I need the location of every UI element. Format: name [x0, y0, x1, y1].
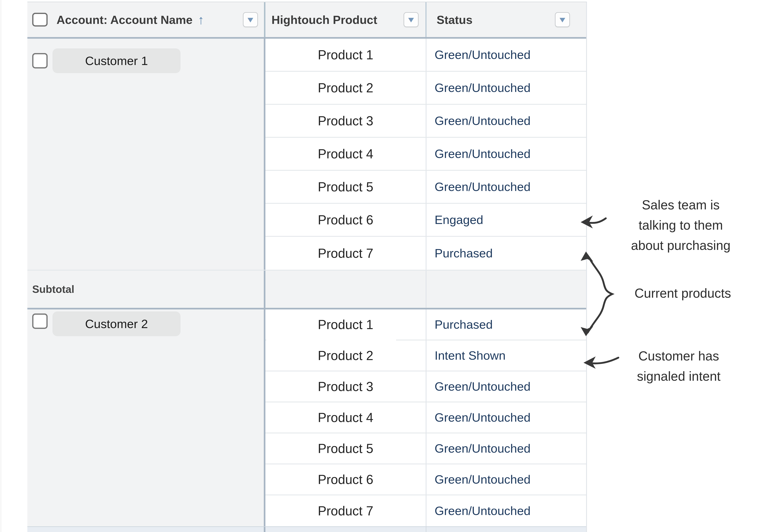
status-cell[interactable]: Green/Untouched: [426, 371, 587, 402]
table-row: Product 3 Green/Untouched: [265, 105, 587, 138]
status-cell[interactable]: Green/Untouched: [426, 495, 587, 526]
product-cell: Product 4: [265, 403, 426, 433]
product-cell: Product 2: [265, 72, 426, 104]
product-cell: Product 7: [265, 237, 426, 270]
product-cell: Product 4: [265, 138, 426, 170]
row-checkbox[interactable]: [32, 314, 48, 329]
product-cell: Product 6: [265, 464, 426, 495]
current-products-brace: [588, 256, 612, 333]
annotation-current-products-note: Current products: [610, 283, 756, 303]
status-cell[interactable]: Engaged: [426, 204, 587, 236]
subtotal-label: Subtotal: [27, 271, 265, 308]
table-row: Product 1 Green/Untouched: [265, 39, 587, 72]
status-cell[interactable]: Green/Untouched: [426, 105, 587, 137]
product-cell: Product 1: [265, 39, 426, 71]
column-header-status[interactable]: Status ▼: [426, 2, 587, 37]
table-row: Product 6 Green/Untouched: [265, 464, 587, 495]
sort-ascending-icon[interactable]: ↑: [198, 13, 204, 27]
table-row: Product 5 Green/Untouched: [265, 433, 587, 464]
product-cell: Product 6: [265, 204, 426, 236]
table-row: Product 4 Green/Untouched: [265, 403, 587, 433]
table-row: Product 6 Engaged: [265, 204, 587, 237]
table-row: Product 4 Green/Untouched: [265, 138, 587, 171]
column-header-product[interactable]: Hightouch Product ▼: [265, 2, 426, 37]
status-cell[interactable]: Green/Untouched: [426, 138, 587, 170]
status-cell[interactable]: Green/Untouched: [426, 72, 587, 104]
table-row: Product 5 Green/Untouched: [265, 171, 587, 204]
product-column-label: Hightouch Product: [271, 13, 377, 26]
subtotal-row: Subtotal: [27, 270, 586, 309]
product-cell: Product 5: [265, 171, 426, 203]
table-row: Product 2 Green/Untouched: [265, 72, 587, 105]
page-left-edge: [1, 0, 1, 532]
table-row: Product 3 Green/Untouched: [265, 371, 587, 403]
product-cell: Product 3: [265, 371, 426, 402]
status-cell[interactable]: Green/Untouched: [426, 433, 587, 463]
status-cell[interactable]: Green/Untouched: [426, 403, 587, 433]
annotation-engaged-note: Sales team is talking to them about purc…: [610, 195, 752, 256]
status-column-label: Status: [437, 13, 472, 26]
status-cell[interactable]: Green/Untouched: [426, 39, 587, 71]
account-filter-button[interactable]: ▼: [243, 12, 258, 27]
report-table: Account: Account Name ↑ ▼ Hightouch Prod…: [27, 2, 587, 532]
account-group-customer-1: Customer 1 Product 1 Green/Untouched Pro…: [27, 39, 586, 270]
product-cell: Product 5: [265, 433, 426, 463]
annotation-mask: [266, 337, 396, 347]
table-row: Product 7 Purchased: [265, 237, 587, 270]
status-cell[interactable]: Green/Untouched: [426, 171, 587, 203]
table-bottom-edge: [27, 526, 586, 532]
table-row: Product 1 Purchased: [265, 309, 587, 340]
filter-dropdown-icon: ▼: [406, 16, 416, 23]
status-cell[interactable]: Green/Untouched: [426, 464, 587, 495]
account-name-cell[interactable]: Customer 2: [53, 312, 180, 336]
engaged-arrow: [587, 218, 606, 223]
status-cell[interactable]: Purchased: [426, 309, 587, 340]
row-checkbox[interactable]: [32, 53, 48, 69]
account-group-cell: Customer 1: [27, 39, 265, 270]
select-all-checkbox[interactable]: [32, 13, 48, 26]
account-name-cell[interactable]: Customer 1: [53, 49, 180, 73]
product-cell: Product 1: [265, 309, 426, 340]
subtotal-status-cell: [426, 271, 587, 308]
product-filter-button[interactable]: ▼: [404, 12, 418, 27]
status-cell[interactable]: Purchased: [426, 237, 587, 270]
table-header-row: Account: Account Name ↑ ▼ Hightouch Prod…: [27, 2, 586, 39]
column-header-account[interactable]: Account: Account Name ↑ ▼: [27, 2, 265, 37]
table-row: Product 7 Green/Untouched: [265, 495, 587, 526]
annotation-intent-note: Customer has signaled intent: [610, 346, 748, 386]
product-cell: Product 7: [265, 495, 426, 526]
status-filter-button[interactable]: ▼: [555, 12, 570, 27]
subtotal-product-cell: [265, 271, 426, 308]
product-cell: Product 3: [265, 105, 426, 137]
filter-dropdown-icon: ▼: [246, 16, 255, 23]
status-cell[interactable]: Intent Shown: [426, 340, 587, 371]
group-rows: Product 1 Green/Untouched Product 2 Gree…: [265, 39, 587, 270]
filter-dropdown-icon: ▼: [558, 16, 567, 23]
account-column-label: Account: Account Name: [57, 13, 192, 26]
report-canvas: Account: Account Name ↑ ▼ Hightouch Prod…: [0, 0, 778, 532]
account-group-cell: Customer 2: [27, 309, 265, 526]
